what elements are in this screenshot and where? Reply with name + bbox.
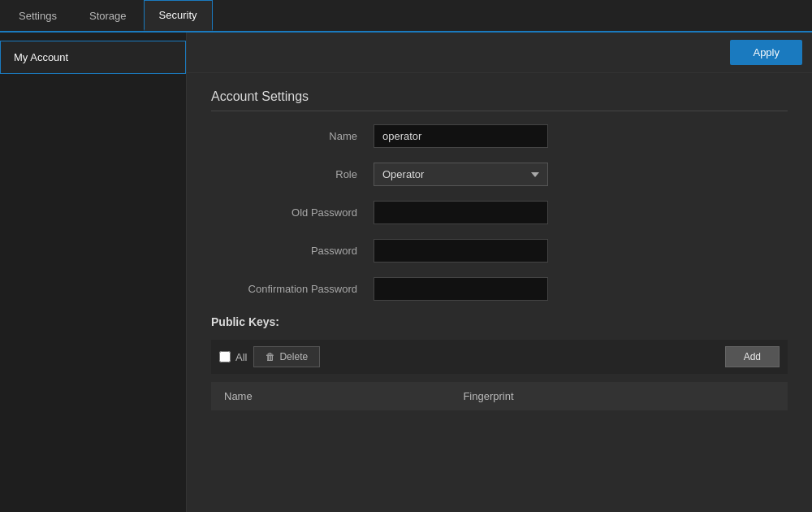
name-input[interactable] [374, 124, 548, 148]
role-select[interactable]: Operator Administrator Viewer [374, 163, 548, 186]
name-field-group: Name [211, 124, 788, 148]
content-header: Apply [187, 33, 812, 73]
delete-button[interactable]: 🗑 Delete [253, 346, 320, 367]
delete-label: Delete [279, 351, 308, 362]
confirmation-password-label: Confirmation Password [211, 283, 374, 295]
tab-storage[interactable]: Storage [74, 0, 142, 31]
public-keys-title: Public Keys: [211, 315, 788, 328]
add-button[interactable]: Add [725, 346, 780, 367]
col-fingerprint: Fingerprint [450, 382, 788, 410]
name-label: Name [211, 130, 374, 142]
content-area: Apply Account Settings Name Role Operato… [187, 33, 812, 512]
old-password-label: Old Password [211, 206, 374, 219]
old-password-field-group: Old Password [211, 201, 788, 224]
account-settings-title: Account Settings [211, 89, 788, 111]
trash-icon: 🗑 [266, 351, 275, 362]
select-all-label[interactable]: All [219, 351, 247, 363]
toolbar-left: All 🗑 Delete [219, 346, 320, 367]
password-label: Password [211, 245, 374, 257]
keys-table: Name Fingerprint [211, 382, 788, 410]
main-layout: My Account Apply Account Settings Name R… [0, 33, 812, 512]
select-all-checkbox[interactable] [219, 351, 231, 362]
tab-security[interactable]: Security [144, 0, 213, 31]
sidebar-item-my-account[interactable]: My Account [0, 41, 186, 74]
role-label: Role [211, 168, 374, 180]
public-keys-section: Public Keys: All 🗑 Delete Add [211, 315, 788, 410]
role-field-group: Role Operator Administrator Viewer [211, 163, 788, 186]
password-field-group: Password [211, 239, 788, 263]
apply-button[interactable]: Apply [730, 40, 802, 65]
tab-settings[interactable]: Settings [3, 0, 72, 31]
confirmation-password-input[interactable] [374, 277, 548, 301]
sidebar: My Account [0, 33, 187, 512]
old-password-input[interactable] [374, 201, 548, 224]
select-all-text: All [235, 351, 247, 363]
form-area: Account Settings Name Role Operator Admi… [187, 73, 812, 512]
col-name: Name [211, 382, 450, 410]
password-input[interactable] [374, 239, 548, 263]
confirmation-password-field-group: Confirmation Password [211, 277, 788, 301]
public-keys-toolbar: All 🗑 Delete Add [211, 340, 788, 374]
keys-table-header: Name Fingerprint [211, 382, 788, 410]
tab-bar: Settings Storage Security [0, 0, 812, 33]
